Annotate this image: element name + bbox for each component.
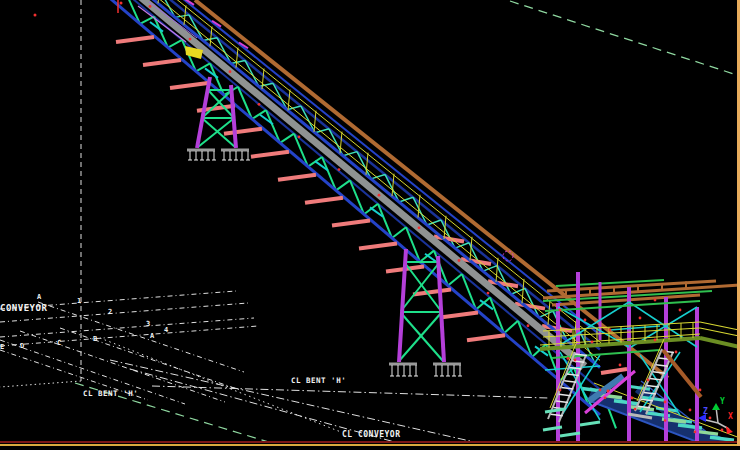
cl-bent-h-label-left: CL BENT 'H' — [83, 390, 138, 398]
grid-label: B — [93, 336, 97, 343]
ucs-y-label: Y — [720, 398, 725, 406]
cl-bent-h-label-mid: CL BENT 'H' — [291, 377, 346, 385]
grid-label: 1 — [77, 298, 81, 305]
cl-conveyor-label: CL CONVEYOR — [342, 431, 400, 439]
grid-label: 2 — [108, 309, 112, 316]
structure-drawing — [0, 0, 740, 441]
grid-label: D — [20, 343, 24, 350]
grid-label: 4 — [164, 327, 168, 334]
grid-label: 3 — [146, 321, 150, 328]
grid-label: C — [57, 340, 61, 347]
ucs-x-label: X — [728, 413, 733, 421]
grid-label: A — [150, 333, 154, 340]
viewport-bottom-border — [0, 444, 740, 447]
grid-label: E — [0, 344, 4, 351]
ucs-z-label: Z — [703, 408, 708, 416]
grid-label: A — [37, 294, 41, 301]
conveyor-centerline-label: CONVEYOR — [0, 304, 47, 313]
cad-viewport[interactable]: CONVEYOR CL BENT 'H' CL BENT 'H' CL CONV… — [0, 0, 740, 450]
